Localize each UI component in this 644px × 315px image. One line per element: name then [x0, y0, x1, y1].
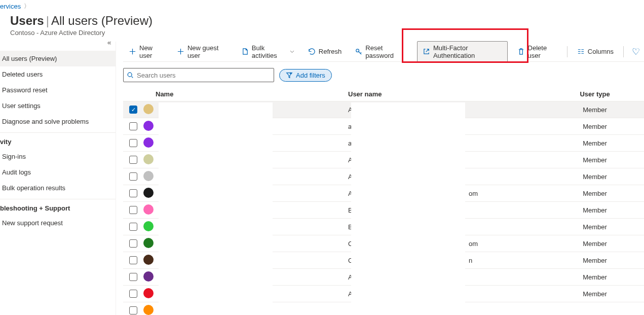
- redaction-overlay: [159, 102, 273, 305]
- col-header-name[interactable]: Name: [156, 90, 348, 98]
- row-checkbox[interactable]: [129, 106, 137, 114]
- columns-button[interactable]: Columns: [572, 45, 619, 58]
- external-link-icon: [423, 48, 430, 55]
- new-user-button[interactable]: New user: [123, 41, 169, 62]
- col-header-username[interactable]: User name: [348, 90, 546, 98]
- avatar: [143, 137, 154, 148]
- avatar: [143, 121, 154, 131]
- sidebar-item[interactable]: Audit logs: [0, 164, 116, 180]
- row-checkbox[interactable]: [129, 156, 137, 164]
- cell-usertype: Member: [546, 106, 644, 114]
- key-icon: [355, 48, 362, 55]
- sidebar-item[interactable]: Deleted users: [0, 66, 116, 82]
- cell-usertype: Member: [546, 156, 644, 164]
- page-title: Users | All users (Preview): [0, 12, 644, 28]
- avatar: [143, 104, 154, 114]
- cell-username: [348, 307, 546, 314]
- new-guest-user-button[interactable]: New guest user: [171, 41, 234, 62]
- avatar: [143, 305, 154, 315]
- avatar: [143, 171, 154, 181]
- cell-usertype: Member: [546, 273, 644, 281]
- cell-usertype: Member: [546, 240, 644, 248]
- avatar: [143, 204, 154, 215]
- plus-icon: [177, 48, 184, 55]
- collapse-sidebar-icon[interactable]: «: [107, 39, 111, 47]
- cell-usertype: Member: [546, 290, 644, 298]
- avatar: [143, 288, 154, 298]
- delete-user-button[interactable]: Delete user: [512, 41, 563, 62]
- bulk-activities-button[interactable]: Bulk activities: [236, 41, 300, 62]
- row-checkbox[interactable]: [129, 306, 137, 314]
- cell-usertype: Member: [546, 206, 644, 214]
- cell-usertype: Member: [546, 190, 644, 197]
- reset-password-button[interactable]: Reset password: [349, 41, 413, 62]
- row-checkbox[interactable]: [129, 290, 137, 298]
- title-sub: All users (Preview): [51, 14, 153, 28]
- cell-usertype: Member: [546, 173, 644, 181]
- sidebar-item[interactable]: Bulk operation results: [0, 180, 116, 196]
- cell-usertype: Member: [546, 257, 644, 264]
- avatar: [143, 238, 154, 248]
- sidebar-item[interactable]: All users (Preview): [0, 51, 116, 66]
- refresh-icon: [308, 48, 316, 55]
- sidebar-item[interactable]: New support request: [0, 215, 116, 231]
- avatar: [143, 221, 154, 231]
- cell-usertype: Member: [546, 139, 644, 147]
- mfa-button[interactable]: Multi-Factor Authentication: [417, 41, 508, 62]
- document-icon: [241, 48, 249, 55]
- title-main: Users: [10, 14, 44, 28]
- avatar: [143, 271, 154, 282]
- row-checkbox[interactable]: [129, 172, 137, 181]
- row-checkbox[interactable]: [129, 122, 137, 130]
- breadcrumb-item[interactable]: ervices: [0, 3, 21, 10]
- row-checkbox[interactable]: [129, 273, 137, 281]
- row-checkbox[interactable]: [129, 206, 137, 214]
- refresh-button[interactable]: Refresh: [302, 45, 348, 58]
- toolbar: New user New guest user Bulk activities …: [123, 42, 644, 62]
- col-header-usertype[interactable]: User type: [546, 90, 644, 98]
- svg-point-1: [128, 73, 132, 77]
- search-input[interactable]: [123, 68, 274, 82]
- cell-usertype: Member: [546, 123, 644, 130]
- sidebar-item[interactable]: User settings: [0, 98, 116, 114]
- row-checkbox[interactable]: [129, 256, 137, 264]
- chevron-right-icon: 〉: [24, 2, 30, 11]
- breadcrumb[interactable]: ervices 〉: [0, 0, 644, 12]
- row-checkbox[interactable]: [129, 239, 137, 248]
- avatar: [143, 255, 154, 265]
- search-icon: [127, 72, 134, 79]
- chevron-down-icon: [289, 49, 295, 54]
- row-checkbox[interactable]: [129, 223, 137, 231]
- sidebar-item[interactable]: Password reset: [0, 82, 116, 98]
- filter-icon: [286, 72, 293, 79]
- search-field[interactable]: [134, 71, 271, 80]
- avatar: [143, 154, 154, 164]
- sidebar: « All users (Preview)Deleted usersPasswo…: [0, 42, 116, 315]
- heart-icon[interactable]: ♡: [628, 46, 644, 57]
- sidebar-item[interactable]: Diagnose and solve problems: [0, 114, 116, 129]
- row-checkbox[interactable]: [129, 139, 137, 147]
- sidebar-group-troubleshooting: bleshooting + Support: [0, 199, 116, 215]
- sidebar-item[interactable]: Sign-ins: [0, 149, 116, 164]
- trash-icon: [517, 48, 525, 55]
- redaction-overlay: [351, 102, 465, 305]
- avatar: [143, 188, 154, 198]
- add-filters-button[interactable]: Add filters: [279, 69, 332, 82]
- plus-icon: [129, 48, 136, 55]
- users-table: Name User name User type AMemberaMembera…: [123, 87, 644, 315]
- sidebar-group-activity: vity: [0, 132, 116, 149]
- cell-usertype: Member: [546, 223, 644, 231]
- columns-icon: [577, 48, 585, 55]
- row-checkbox[interactable]: [129, 189, 137, 197]
- subtitle: Contoso - Azure Active Directory: [0, 28, 644, 37]
